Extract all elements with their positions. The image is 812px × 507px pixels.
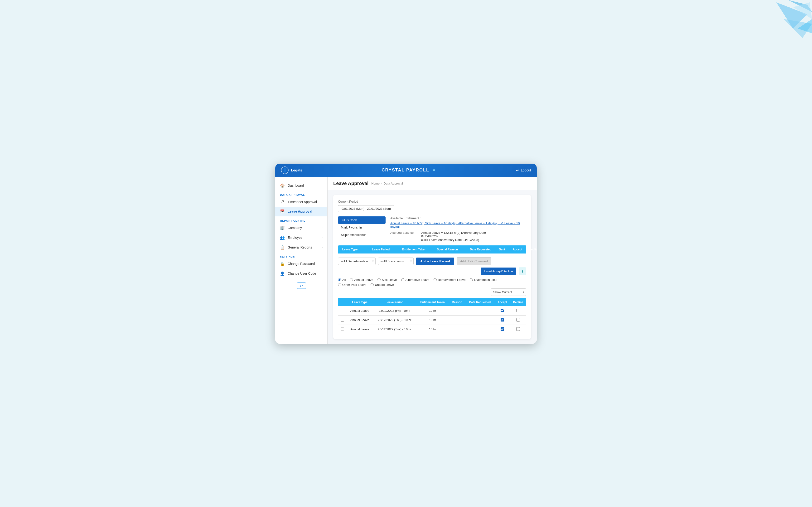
show-current-wrapper: Show Current: [491, 288, 526, 296]
breadcrumb: Home › Data Approval: [371, 182, 403, 185]
entitlement-panel: Available Entitlement : Annual Leave = 4…: [390, 216, 526, 242]
row-leave-type: Annual Leave: [347, 306, 373, 316]
sidebar-item-leave-approval[interactable]: 📅 Leave Approval: [275, 207, 327, 216]
employee-item-julius[interactable]: Julius Cobb: [338, 216, 385, 224]
breadcrumb-section: Data Approval: [383, 182, 403, 185]
main-content: Current Period 9/01/2023 (Mon) - 22/01/2…: [327, 190, 537, 344]
breadcrumb-home: Home: [371, 182, 380, 185]
radio-unpaid-label: Unpaid Leave: [375, 283, 394, 287]
row-reason: [449, 315, 465, 325]
sidebar-item-label: Dashboard: [288, 183, 304, 187]
table-header: Leave Type Leave Period Entitlement Take…: [338, 298, 526, 306]
show-current-select[interactable]: Show Current: [491, 288, 526, 296]
sidebar-item-change-user-code[interactable]: 👤 Change User Code: [275, 269, 327, 278]
radio-all-input[interactable]: [338, 278, 341, 281]
period-badge: 9/01/2023 (Mon) - 22/01/2023 (Sun): [338, 205, 394, 212]
radio-group: All Annual Leave Sick Leave: [338, 278, 526, 287]
radio-overtime-lieu[interactable]: Overtime in Lieu: [470, 278, 497, 282]
svg-marker-1: [788, 0, 812, 12]
radio-alternative-label: Alternative Leave: [405, 278, 429, 282]
employee-item-mark[interactable]: Mark Flyonshin: [338, 224, 385, 231]
sidebar-toggle-button[interactable]: ⇄: [297, 282, 306, 289]
row-select-checkbox-2[interactable]: [340, 318, 344, 322]
decline-checkbox-1[interactable]: [516, 309, 520, 312]
radio-sick-leave[interactable]: Sick Leave: [377, 278, 397, 282]
sidebar-item-general-reports[interactable]: 📋 General Reports ›: [275, 242, 327, 252]
radio-alternative-leave[interactable]: Alternative Leave: [401, 278, 429, 282]
col-sent: Sent: [495, 245, 509, 253]
sidebar-item-label: General Reports: [288, 245, 312, 249]
leave-header-row: Leave Type Leave Period Entitlement Take…: [338, 245, 526, 253]
sidebar-item-label: Timesheet Approval: [288, 200, 317, 204]
radio-overtime-label: Overtime in Lieu: [474, 278, 497, 282]
radio-all[interactable]: All: [338, 278, 346, 282]
row-decline: [510, 306, 526, 316]
radio-unpaid-leave[interactable]: Unpaid Leave: [371, 283, 394, 287]
th-leave-period: Leave Period: [373, 298, 416, 306]
radio-annual-input[interactable]: [350, 278, 353, 281]
table-row: Annual Leave 20/12/2022 (Tue) - 10 hr 10…: [338, 325, 526, 334]
sidebar-item-dashboard[interactable]: 🏠 Dashboard: [275, 181, 327, 190]
radio-other-paid[interactable]: Other Paid Leave: [338, 283, 366, 287]
accept-checkbox-2[interactable]: [501, 318, 504, 322]
current-period-label: Current Period: [338, 200, 526, 203]
sidebar-item-timesheet[interactable]: ⏱ Timesheet Approval: [275, 197, 327, 207]
logout-label: Logout: [521, 168, 531, 172]
row-decline: [510, 325, 526, 334]
page-title: Leave Approval: [333, 181, 368, 186]
entitlement-label: Available Entitlement :: [390, 216, 526, 220]
sidebar-item-label: Change Password: [288, 262, 315, 266]
col-entitlement-taken: Entitlement Taken: [400, 245, 428, 253]
info-button[interactable]: ℹ: [519, 268, 526, 275]
sidebar-item-label: Company: [288, 226, 302, 230]
building-icon: 🏢: [280, 226, 285, 230]
home-icon: 🏠: [280, 183, 285, 188]
radio-unpaid-input[interactable]: [371, 283, 374, 286]
email-accept-decline-button[interactable]: Email Accept/Decline: [481, 268, 516, 275]
radio-overtime-input[interactable]: [470, 278, 473, 281]
row-leave-period: 22/12/2022 (Thu) - 10 hr: [373, 315, 416, 325]
branches-select[interactable]: -- All Branches --: [378, 258, 414, 265]
accrued-row: Accrued Balance : Annual Leave = 122.18 …: [390, 231, 526, 242]
show-current-select-wrapper: Show Current: [491, 288, 526, 296]
departments-select[interactable]: -- All Departments --: [338, 258, 376, 265]
accept-checkbox-3[interactable]: [501, 327, 504, 331]
table-header-row: Leave Type Leave Period Entitlement Take…: [338, 298, 526, 306]
entitlement-link[interactable]: Annual Leave = 40 hr(s); Sick Leave = 10…: [390, 221, 526, 229]
add-comment-button[interactable]: Add / Edit Comment: [457, 257, 491, 265]
sidebar-item-company[interactable]: 🏢 Company ›: [275, 223, 327, 233]
svg-marker-0: [776, 2, 807, 29]
main-card: Current Period 9/01/2023 (Mon) - 22/01/2…: [333, 195, 531, 339]
header-logo: CRYSTAL PAYROLL: [381, 167, 437, 173]
sidebar-item-change-password[interactable]: 🔒 Change Password: [275, 259, 327, 269]
row-date-requested: [465, 315, 495, 325]
decline-checkbox-3[interactable]: [516, 327, 520, 331]
radio-bereavement-leave[interactable]: Bereavement Leave: [434, 278, 465, 282]
svg-marker-3: [793, 2, 812, 19]
col-decline: Decline: [526, 245, 537, 253]
data-approval-section: DATA APPROVAL: [275, 190, 327, 197]
table-row: Annual Leave 23/12/2022 (Fri) - 10h r 10…: [338, 306, 526, 316]
row-select-checkbox-3[interactable]: [340, 327, 344, 331]
decline-checkbox-2[interactable]: [516, 318, 520, 322]
radio-annual-leave[interactable]: Annual Leave: [350, 278, 373, 282]
row-date-requested: [465, 325, 495, 334]
radio-other-paid-input[interactable]: [338, 283, 341, 286]
logout-button[interactable]: ↩ Logout: [516, 168, 531, 172]
timer-icon: ⏱: [280, 200, 285, 204]
page-header: Leave Approval Home › Data Approval: [327, 177, 537, 190]
row-reason: [449, 325, 465, 334]
row-select-checkbox-1[interactable]: [340, 309, 344, 312]
table-row: Annual Leave 22/12/2022 (Thu) - 10 hr 10…: [338, 315, 526, 325]
employee-item-scipio[interactable]: Scipio Americanus: [338, 231, 385, 238]
add-leave-button[interactable]: Add a Leave Record: [416, 258, 454, 265]
radio-sick-input[interactable]: [377, 278, 381, 281]
chevron-right-icon: ›: [322, 226, 323, 229]
radio-alternative-input[interactable]: [401, 278, 404, 281]
radio-bereavement-input[interactable]: [434, 278, 437, 281]
radio-annual-label: Annual Leave: [354, 278, 373, 282]
sidebar-item-employee[interactable]: 👥 Employee ›: [275, 233, 327, 242]
users-icon: 👥: [280, 235, 285, 240]
col-leave-type: Leave Type: [338, 245, 362, 253]
accept-checkbox-1[interactable]: [501, 309, 504, 312]
